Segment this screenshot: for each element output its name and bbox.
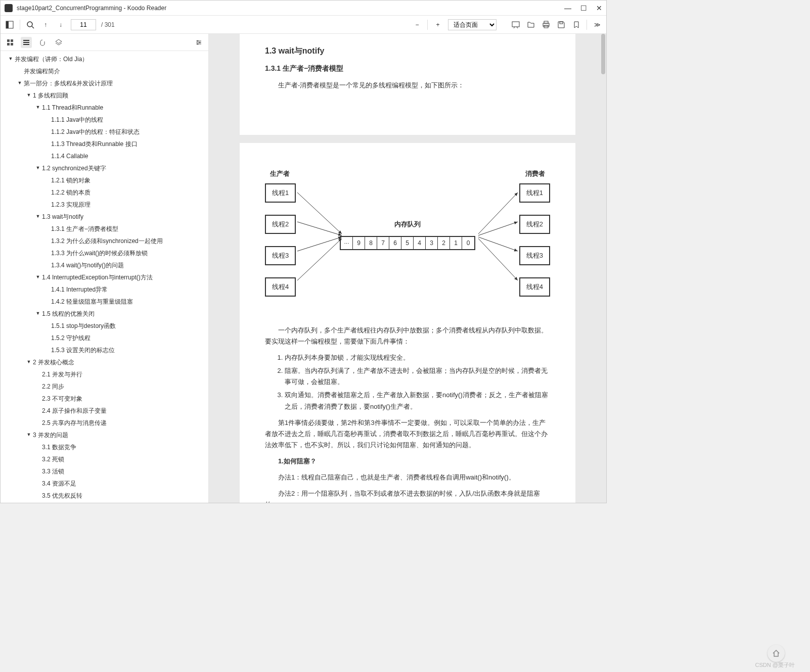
toc-label: 2.3 不可变对象 <box>42 394 82 403</box>
toc-label: 1.2.1 锁的对象 <box>51 176 91 185</box>
toc-item[interactable]: 1.5.2 守护线程 <box>1 332 208 344</box>
toc-item[interactable]: ▼1.5 线程的优雅关闭 <box>1 308 208 320</box>
prev-page-button[interactable]: ↑ <box>40 20 51 30</box>
next-page-button[interactable]: ↓ <box>56 20 66 30</box>
toc-item[interactable]: 2.1 并发与并行 <box>1 368 208 380</box>
toc-label: 1.1 Thread和Runnable <box>42 103 103 112</box>
toc-item[interactable]: 3.5 优先权反转 <box>1 490 208 502</box>
content-area[interactable]: 1.3 wait与notify 1.3.1 生产者−消费者模型 生产者-消费者模… <box>209 34 606 503</box>
list-item: 阻塞。当内存队列满了，生产者放不进去时，会被阻塞；当内存队列是空的时候，消费者无… <box>285 365 550 388</box>
scrollbar-thumb[interactable] <box>601 34 605 74</box>
toc-label: 1.1.2 Java中的线程：特征和状态 <box>51 127 140 136</box>
search-icon[interactable] <box>25 20 35 30</box>
toc-item[interactable]: 3.3 活锁 <box>1 465 208 477</box>
toc-item[interactable]: 1.2.2 锁的本质 <box>1 186 208 199</box>
toc-item[interactable]: 2.3 不可变对象 <box>1 393 208 405</box>
svg-point-22 <box>199 41 201 43</box>
toc-label: 3.4 资源不足 <box>42 479 76 488</box>
svg-line-24 <box>297 193 342 234</box>
toc-label: 1.2.3 实现原理 <box>51 200 91 209</box>
toc-item[interactable]: 2.5 共享内存与消息传递 <box>1 417 208 429</box>
attachments-tab[interactable] <box>37 37 48 48</box>
close-button[interactable]: ✕ <box>596 4 602 12</box>
toc-item[interactable]: 1.3.3 为什么wait()的时候必须释放锁 <box>1 247 208 259</box>
minimize-button[interactable]: — <box>564 4 571 12</box>
svg-rect-7 <box>544 21 548 23</box>
queue-cell: 9 <box>353 237 365 249</box>
toc-item[interactable]: 1.1.3 Thread类和Runnable 接口 <box>1 138 208 150</box>
toc-label: 3.1 数据竞争 <box>42 443 76 452</box>
toc-item[interactable]: 1.3.2 为什么必须和synchronized一起使用 <box>1 235 208 247</box>
toc-item[interactable]: 2.2 同步 <box>1 380 208 393</box>
sidebar-settings-icon[interactable] <box>193 37 204 48</box>
toc-item[interactable]: 1.3.1 生产者−消费者模型 <box>1 223 208 235</box>
sidebar-toggle-button[interactable] <box>5 20 15 30</box>
toc-item[interactable]: ▼1 多线程回顾 <box>1 89 208 102</box>
save-icon[interactable] <box>556 20 566 30</box>
svg-line-29 <box>478 222 518 235</box>
maximize-button[interactable]: ☐ <box>580 4 587 12</box>
toc-item[interactable]: ▼第一部分：多线程&并发设计原理 <box>1 77 208 89</box>
app-icon <box>5 4 13 12</box>
svg-rect-14 <box>11 43 13 45</box>
toc-item[interactable]: 1.2.1 锁的对象 <box>1 174 208 186</box>
toc-label: 1.3.2 为什么必须和synchronized一起使用 <box>51 236 163 246</box>
svg-rect-1 <box>6 21 9 28</box>
toc-item[interactable]: ▼4 JMM内存模型 <box>1 502 208 503</box>
toc-label: 1.3.4 wait()与notify()的问题 <box>51 261 124 270</box>
svg-rect-12 <box>11 39 13 42</box>
queue-cell: 0 <box>462 237 474 249</box>
toc-item[interactable]: 1.4.2 轻量级阻塞与重量级阻塞 <box>1 296 208 308</box>
zoom-out-button[interactable]: − <box>412 20 422 30</box>
toc-item[interactable]: 1.1.2 Java中的线程：特征和状态 <box>1 126 208 138</box>
outline-tab[interactable] <box>21 37 32 48</box>
toc-label: 3.2 死锁 <box>42 455 64 464</box>
toc-item[interactable]: 2.4 原子操作和原子变量 <box>1 405 208 417</box>
bookmark-icon[interactable] <box>571 20 581 30</box>
list-item: 内存队列本身要加锁，才能实现线程安全。 <box>285 352 550 363</box>
toc-item[interactable]: ▼1.4 InterruptedException与interrupt()方法 <box>1 271 208 283</box>
toc-item[interactable]: 1.1.4 Callable <box>1 150 208 162</box>
toc-label: 2.4 原子操作和原子变量 <box>42 406 107 415</box>
toc-item[interactable]: ▼1.3 wait与notify <box>1 211 208 223</box>
open-file-icon[interactable] <box>526 20 536 30</box>
toc-item[interactable]: 3.1 数据竞争 <box>1 441 208 453</box>
page-number-input[interactable] <box>71 19 96 30</box>
zoom-select[interactable]: 适合页面 <box>448 19 497 30</box>
toc-label: 1.3.3 为什么wait()的时候必须释放锁 <box>51 249 148 258</box>
toc-item[interactable]: ▼1.1 Thread和Runnable <box>1 102 208 114</box>
thread-box: 线程3 <box>519 246 550 265</box>
thread-box: 线程2 <box>265 215 296 234</box>
toc-item[interactable]: 3.2 死锁 <box>1 453 208 465</box>
svg-line-3 <box>32 26 34 28</box>
svg-rect-4 <box>512 22 519 27</box>
toc-item[interactable]: 1.5.1 stop与destory函数 <box>1 320 208 332</box>
svg-line-28 <box>478 193 518 234</box>
queue-cell: 7 <box>377 237 389 249</box>
toc-item[interactable]: 1.1.1 Java中的线程 <box>1 114 208 126</box>
toc-root[interactable]: ▼并发编程（讲师：Old Jia） <box>1 53 208 65</box>
svg-line-27 <box>297 238 342 280</box>
paragraph: 办法1：线程自己阻塞自己，也就是生产者、消费者线程各自调用wait()和noti… <box>265 472 550 483</box>
toc-item[interactable]: 1.5.3 设置关闭的标志位 <box>1 344 208 356</box>
toc-item[interactable]: ▼3 并发的问题 <box>1 429 208 441</box>
zoom-in-button[interactable]: + <box>433 20 443 30</box>
toc-label: 1.2 synchronized关键字 <box>42 164 106 173</box>
thumbnails-tab[interactable] <box>5 37 16 48</box>
toc-item[interactable]: 1.3.4 wait()与notify()的问题 <box>1 259 208 271</box>
toc-label: 1.4.2 轻量级阻塞与重量级阻塞 <box>51 297 133 306</box>
toc-item[interactable]: 1.2.3 实现原理 <box>1 199 208 211</box>
toc-item[interactable]: 并发编程简介 <box>1 65 208 77</box>
toc-item[interactable]: ▼2 并发核心概念 <box>1 356 208 368</box>
question-heading: 1.如何阻塞？ <box>265 456 550 467</box>
presentation-icon[interactable] <box>511 20 521 30</box>
more-tools-button[interactable]: ≫ <box>592 20 602 30</box>
toc-item[interactable]: ▼1.2 synchronized关键字 <box>1 162 208 174</box>
subsection-heading: 1.3.1 生产者−消费者模型 <box>265 63 550 75</box>
layers-tab[interactable] <box>53 37 64 48</box>
toc-item[interactable]: 1.4.1 Interrupted异常 <box>1 283 208 296</box>
toc-label: 1.1.4 Callable <box>51 152 88 161</box>
print-icon[interactable] <box>541 20 551 30</box>
toc-label: 2 并发核心概念 <box>33 358 74 367</box>
toc-item[interactable]: 3.4 资源不足 <box>1 477 208 490</box>
